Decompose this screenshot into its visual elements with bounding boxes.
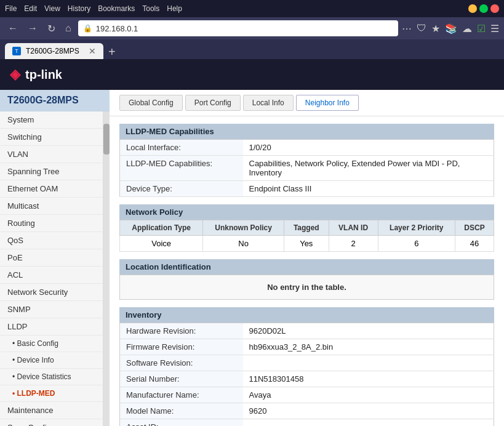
menu-history[interactable]: History	[68, 4, 90, 13]
page-tab-bar: Global Config Port Config Local Info Nei…	[110, 90, 504, 116]
new-tab-button[interactable]: +	[103, 45, 121, 59]
menu-icon[interactable]: ☰	[490, 23, 499, 34]
menu-tools[interactable]: Tools	[142, 4, 159, 13]
sidebar: System Switching VLAN Spanning Tree Ethe…	[0, 111, 103, 426]
logo-text: tp-link	[25, 68, 62, 82]
cell-l2-priority: 6	[378, 236, 455, 252]
forward-nav-button[interactable]: →	[25, 22, 41, 35]
cell-dscp: 46	[455, 236, 494, 252]
sync-icon[interactable]: ☁	[462, 23, 472, 34]
more-icon[interactable]: ⋯	[402, 23, 412, 34]
col-unknown-policy: Unknown Policy	[203, 220, 284, 236]
sidebar-scrollbar-thumb[interactable]	[103, 124, 110, 155]
sidebar-item-switching[interactable]: Switching	[0, 129, 103, 146]
lldp-med-section-header: LLDP-MED Capabilities	[119, 124, 494, 139]
cell-vlan-id: 2	[329, 236, 378, 252]
asset-id-label: Asset ID:	[120, 419, 243, 427]
sidebar-item-routing[interactable]: Routing	[0, 215, 103, 232]
table-row: Local Interface: 1/0/20	[120, 140, 494, 156]
device-title: T2600G-28MPS	[7, 95, 79, 105]
sidebar-item-device-statistics[interactable]: • Device Statistics	[0, 369, 103, 385]
browser-titlebar: File Edit View History Bookmarks Tools H…	[0, 0, 504, 17]
inventory-section-header: Inventory	[119, 307, 494, 323]
table-row: Voice No Yes 2 6 46	[120, 236, 494, 252]
window-controls	[468, 4, 499, 13]
sidebar-item-ethernet-oam[interactable]: Ethernet OAM	[0, 180, 103, 198]
sidebar-item-lldp[interactable]: LLDP	[0, 318, 103, 336]
sidebar-item-lldp-med[interactable]: • LLDP-MED	[0, 385, 103, 402]
content-area: LLDP-MED Capabilities Local Interface: 1…	[110, 116, 504, 426]
shield-icon[interactable]: 🛡	[417, 23, 426, 34]
sidebar-item-acl[interactable]: ACL	[0, 267, 103, 284]
col-dscp: DSCP	[455, 220, 494, 236]
sidebar-item-basic-config[interactable]: • Basic Config	[0, 336, 103, 352]
table-row: Hardware Revision: 9620D02L	[120, 323, 494, 339]
sw-revision-value	[243, 355, 494, 371]
col-tagged: Tagged	[284, 220, 329, 236]
sidebar-item-spanning-tree[interactable]: Spanning Tree	[0, 163, 103, 180]
location-id-section-header: Location Identification	[119, 259, 494, 275]
inventory-table: Hardware Revision: 9620D02L Firmware Rev…	[119, 323, 494, 426]
table-row: Device Type: Endpoint Class III	[120, 181, 494, 197]
maximize-button[interactable]	[479, 4, 488, 13]
library-icon[interactable]: 📚	[445, 23, 457, 34]
tab-close-button[interactable]: ✕	[89, 46, 96, 56]
capabilities-value: Capabilities, Network Policy, Extended P…	[243, 156, 494, 181]
sidebar-item-maintenance[interactable]: Maintenance	[0, 402, 103, 419]
menu-bar: File Edit View History Bookmarks Tools H…	[5, 4, 182, 13]
local-interface-label: Local Interface:	[120, 140, 243, 156]
hw-revision-value: 9620D02L	[243, 323, 494, 339]
menu-file[interactable]: File	[5, 4, 17, 13]
tab-port-config[interactable]: Port Config	[185, 95, 241, 111]
table-row: Asset ID:	[120, 419, 494, 427]
sidebar-item-poe[interactable]: PoE	[0, 249, 103, 267]
minimize-button[interactable]	[468, 4, 477, 13]
back-nav-button[interactable]: ←	[5, 22, 21, 35]
sidebar-scrollbar[interactable]	[103, 111, 110, 426]
reload-button[interactable]: ↻	[44, 22, 58, 36]
menu-edit[interactable]: Edit	[24, 4, 37, 13]
hw-revision-label: Hardware Revision:	[120, 323, 243, 339]
verified-icon[interactable]: ☑	[477, 23, 486, 34]
asset-id-value	[243, 419, 494, 427]
sidebar-item-save-config[interactable]: Save Config	[0, 419, 103, 426]
table-row: Model Name: 9620	[120, 403, 494, 419]
address-bar[interactable]: 🔒 192.168.0.1	[78, 20, 398, 36]
serial-number-label: Serial Number:	[120, 371, 243, 387]
star-icon[interactable]: ★	[431, 23, 440, 34]
tab-global-config[interactable]: Global Config	[119, 95, 183, 111]
table-row: Serial Number: 11N518301458	[120, 371, 494, 387]
model-name-value: 9620	[243, 403, 494, 419]
close-button[interactable]	[490, 4, 499, 13]
sidebar-item-device-info[interactable]: • Device Info	[0, 352, 103, 369]
menu-help[interactable]: Help	[167, 4, 182, 13]
logo-icon: ◈	[10, 66, 20, 82]
cell-unknown-policy: No	[203, 236, 284, 252]
col-l2-priority: Layer 2 Priority	[378, 220, 455, 236]
sidebar-item-network-security[interactable]: Network Security	[0, 284, 103, 301]
menu-bookmarks[interactable]: Bookmarks	[98, 4, 135, 13]
capabilities-label: LLDP-MED Capabilities:	[120, 156, 243, 181]
device-type-label: Device Type:	[120, 181, 243, 197]
table-row: Firmware Revision: hb96xxua3_2_8A_2.bin	[120, 339, 494, 355]
table-row: Software Revision:	[120, 355, 494, 371]
serial-number-value: 11N518301458	[243, 371, 494, 387]
sidebar-item-system[interactable]: System	[0, 111, 103, 129]
menu-view[interactable]: View	[44, 4, 60, 13]
sidebar-item-vlan[interactable]: VLAN	[0, 146, 103, 163]
sidebar-item-multicast[interactable]: Multicast	[0, 198, 103, 215]
app-header: ◈ tp-link	[0, 59, 504, 90]
toolbar-icons: ⋯ 🛡 ★ 📚 ☁ ☑ ☰	[402, 23, 499, 34]
tab-neighbor-info[interactable]: Neighbor Info	[296, 95, 359, 111]
cell-tagged: Yes	[284, 236, 329, 252]
cell-app-type: Voice	[120, 236, 203, 252]
tab-local-info[interactable]: Local Info	[243, 95, 294, 111]
browser-tab[interactable]: T T2600G-28MPS ✕	[5, 43, 103, 59]
sidebar-item-qos[interactable]: QoS	[0, 232, 103, 249]
network-policy-table: Application Type Unknown Policy Tagged V…	[119, 220, 494, 252]
home-button[interactable]: ⌂	[62, 22, 74, 35]
security-icon: 🔒	[83, 24, 92, 33]
sidebar-item-snmp[interactable]: SNMP	[0, 301, 103, 318]
fw-revision-value: hb96xxua3_2_8A_2.bin	[243, 339, 494, 355]
lldp-med-table: Local Interface: 1/0/20 LLDP-MED Capabil…	[119, 139, 494, 197]
